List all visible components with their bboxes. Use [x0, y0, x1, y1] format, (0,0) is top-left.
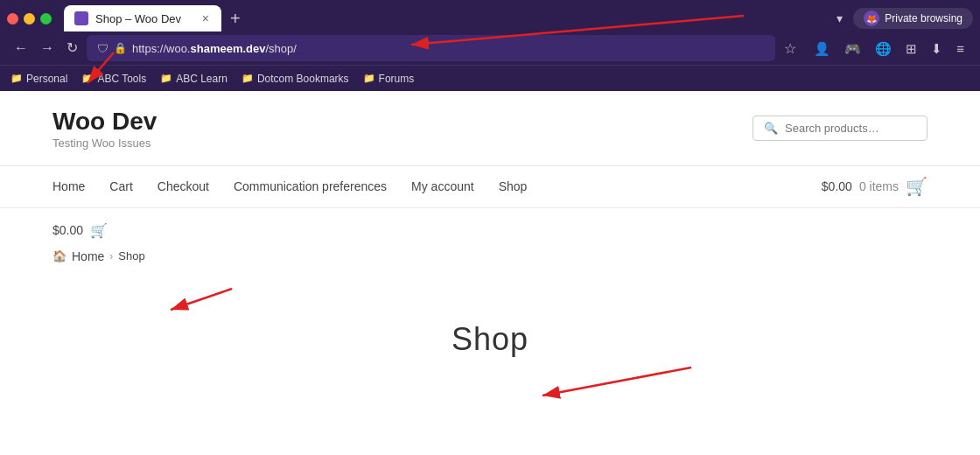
bookmark-abc-learn-label: ABC Learn	[176, 73, 228, 85]
bookmark-folder-icon: 📁	[160, 73, 172, 84]
private-icon: 🦊	[864, 10, 879, 26]
cart-items: 0 items	[859, 179, 899, 193]
breadcrumb: 🏠 Home › Shop	[52, 249, 928, 263]
bookmark-abc-tools[interactable]: 📁 ABC Tools	[81, 73, 146, 85]
nav-my-account[interactable]: My account	[411, 179, 474, 193]
bookmark-folder-icon: 📁	[363, 73, 375, 84]
site-branding: Woo Dev Testing Woo Issues	[52, 107, 752, 150]
tab-close-button[interactable]: ×	[200, 12, 211, 24]
svg-line-4	[542, 368, 691, 396]
breadcrumb-separator: ›	[109, 250, 113, 262]
site-header: Woo Dev Testing Woo Issues 🔍	[0, 91, 980, 166]
private-browsing-label: Private browsing	[885, 12, 962, 24]
mini-cart: $0.00 🛒	[52, 222, 928, 239]
shield-icon: 🛡	[97, 42, 108, 55]
mini-cart-icon[interactable]: 🛒	[90, 222, 108, 239]
url-path: /shop/	[265, 42, 296, 55]
private-browsing-badge: 🦊 Private browsing	[853, 8, 973, 29]
bookmark-forums-label: Forums	[379, 73, 415, 85]
url-text: https://woo.shameem.dev/shop/	[132, 42, 765, 55]
nav-communication-preferences[interactable]: Communication preferences	[234, 179, 387, 193]
tab-title: Shop – Woo Dev	[95, 12, 181, 25]
url-domain: shameem.dev	[190, 42, 265, 55]
toolbar-grid-icon[interactable]: ⊞	[900, 38, 922, 59]
toolbar-extensions-icon[interactable]: 🎮	[839, 38, 866, 59]
window-close-button[interactable]	[7, 13, 18, 24]
toolbar-translate-icon[interactable]: 🌐	[870, 38, 897, 59]
back-button[interactable]: ←	[10, 38, 32, 59]
toolbar-account-icon[interactable]: 👤	[808, 38, 836, 59]
search-form[interactable]: 🔍	[752, 116, 928, 141]
bookmark-folder-icon: 📁	[242, 73, 254, 84]
bookmark-forums[interactable]: 📁 Forums	[363, 73, 415, 85]
toolbar-icons: 👤 🎮 🌐 ⊞ ⬇ ≡	[808, 38, 970, 59]
search-input[interactable]	[785, 122, 916, 135]
page-title: Shop	[0, 321, 980, 358]
site-nav: Home Cart Checkout Communication prefere…	[0, 166, 980, 208]
bookmark-dotcom-label: Dotcom Bookmarks	[257, 73, 349, 85]
cart-summary: $0.00 0 items 🛒	[822, 176, 928, 197]
toolbar-download-icon[interactable]: ⬇	[926, 38, 948, 59]
bookmark-abc-learn[interactable]: 📁 ABC Learn	[160, 73, 228, 85]
new-tab-button[interactable]: +	[225, 10, 246, 27]
reload-button[interactable]: ↻	[63, 38, 81, 59]
bookmark-personal-label: Personal	[26, 73, 67, 85]
active-tab[interactable]: Shop – Woo Dev ×	[64, 5, 221, 32]
bookmark-folder-icon: 📁	[10, 73, 23, 84]
url-prefix: https://woo.	[132, 42, 190, 55]
bookmark-folder-icon: 📁	[81, 73, 94, 84]
site-title: Woo Dev	[52, 107, 752, 136]
nav-checkout[interactable]: Checkout	[158, 179, 209, 193]
toolbar-menu-button[interactable]: ≡	[951, 38, 970, 59]
bookmark-personal[interactable]: 📁 Personal	[10, 73, 67, 85]
lock-icon: 🔒	[114, 42, 127, 54]
url-bar[interactable]: 🛡 🔒 https://woo.shameem.dev/shop/	[87, 35, 775, 61]
breadcrumb-home-link[interactable]: Home	[72, 249, 104, 263]
mini-cart-price: $0.00	[52, 223, 83, 237]
content-area: $0.00 🛒 🏠 Home › Shop	[0, 208, 980, 295]
bookmark-star-button[interactable]: ☆	[780, 37, 800, 60]
nav-home[interactable]: Home	[52, 179, 85, 193]
address-bar: ← → ↻ 🛡 🔒 https://woo.shameem.dev/shop/ …	[0, 32, 980, 65]
forward-button[interactable]: →	[37, 38, 58, 59]
bookmark-dotcom[interactable]: 📁 Dotcom Bookmarks	[242, 73, 349, 85]
tab-chevron-button[interactable]: ▾	[833, 11, 846, 25]
window-maximize-button[interactable]	[40, 13, 52, 24]
cart-basket-icon[interactable]: 🛒	[906, 176, 928, 197]
search-icon: 🔍	[764, 122, 778, 135]
site-tagline: Testing Woo Issues	[52, 136, 752, 150]
breadcrumb-current: Shop	[118, 249, 144, 262]
cart-price: $0.00	[822, 179, 852, 193]
bookmarks-bar: 📁 Personal 📁 ABC Tools 📁 ABC Learn 📁 Dot…	[0, 65, 980, 91]
nav-cart[interactable]: Cart	[109, 179, 132, 193]
breadcrumb-home-icon: 🏠	[52, 249, 66, 262]
bookmark-abc-tools-label: ABC Tools	[97, 73, 146, 85]
nav-shop[interactable]: Shop	[499, 179, 528, 193]
window-minimize-button[interactable]	[24, 13, 35, 24]
tab-favicon	[74, 11, 88, 25]
nav-links: Home Cart Checkout Communication prefere…	[52, 179, 822, 193]
